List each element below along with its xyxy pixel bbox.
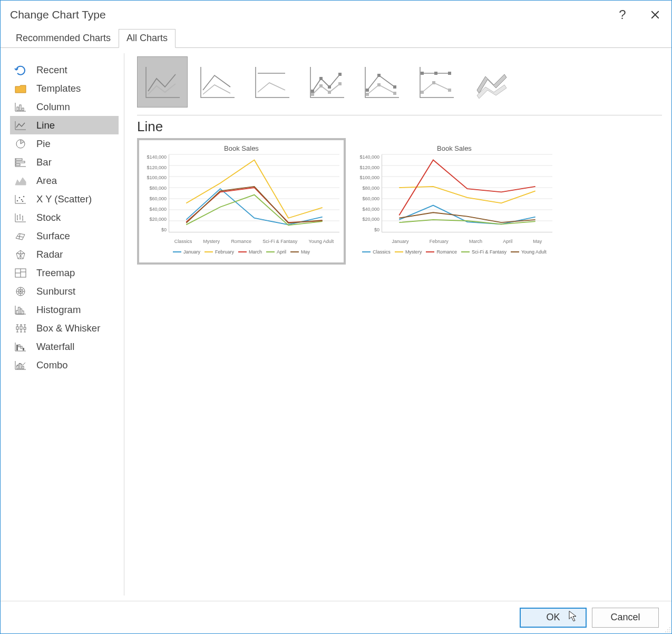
main-panel: Line Book Sales$0$20,000$40,000$60,000$8… — [124, 48, 671, 601]
combo-icon — [13, 359, 28, 372]
category-bar[interactable]: Bar — [10, 153, 119, 171]
category-stock[interactable]: Stock — [10, 208, 119, 227]
category-label: Pie — [36, 138, 51, 150]
category-combo[interactable]: Combo — [10, 356, 119, 374]
subtype-3d-line[interactable] — [466, 56, 517, 108]
scatter-icon — [13, 193, 28, 206]
svg-rect-47 — [432, 81, 435, 84]
stock-icon — [13, 211, 28, 224]
category-waterfall[interactable]: Waterfall — [10, 337, 119, 356]
svg-rect-31 — [328, 85, 331, 89]
category-label: Bar — [36, 157, 52, 168]
svg-point-11 — [22, 200, 24, 202]
bar-icon — [13, 156, 28, 169]
svg-rect-40 — [366, 93, 369, 96]
svg-rect-36 — [338, 82, 342, 85]
svg-rect-30 — [319, 77, 323, 80]
category-area[interactable]: Area — [10, 171, 119, 190]
svg-rect-44 — [434, 72, 437, 75]
svg-rect-24 — [21, 346, 22, 348]
category-sunburst[interactable]: Sunburst — [10, 282, 119, 300]
category-line[interactable]: Line — [10, 116, 119, 134]
subtype-line-with-markers[interactable] — [301, 56, 352, 108]
svg-rect-2 — [22, 108, 24, 111]
svg-rect-41 — [377, 83, 381, 86]
svg-rect-42 — [393, 92, 396, 95]
subtype-100-stacked-line-with-markers[interactable] — [411, 56, 462, 108]
svg-rect-39 — [393, 85, 396, 89]
svg-rect-28 — [22, 366, 24, 369]
help-button[interactable]: ? — [611, 4, 634, 26]
legend-item: May — [290, 249, 310, 255]
chart-preview[interactable]: Book Sales$0$20,000$40,000$60,000$80,000… — [137, 138, 346, 265]
category-label: Column — [36, 101, 70, 113]
svg-rect-33 — [311, 93, 314, 96]
chart-subtype-row — [137, 56, 662, 108]
chart-preview-row: Book Sales$0$20,000$40,000$60,000$80,000… — [137, 138, 662, 265]
category-label: Box & Whisker — [36, 323, 100, 334]
svg-rect-27 — [20, 364, 21, 369]
svg-rect-16 — [18, 307, 21, 314]
subtype-stacked-line[interactable] — [192, 56, 242, 108]
svg-rect-6 — [16, 164, 20, 165]
resize-grip-icon[interactable] — [664, 626, 671, 633]
svg-rect-29 — [311, 90, 314, 93]
y-axis: $0$20,000$40,000$60,000$80,000$100,000$1… — [143, 154, 169, 232]
category-pie[interactable]: Pie — [10, 134, 119, 153]
svg-rect-34 — [319, 84, 323, 87]
tab-all-charts[interactable]: All Charts — [119, 29, 176, 48]
category-column[interactable]: Column — [10, 97, 119, 116]
radar-icon — [13, 248, 28, 261]
category-radar[interactable]: Radar — [10, 245, 119, 264]
divider — [137, 115, 662, 115]
category-histogram[interactable]: Histogram — [10, 300, 119, 319]
category-label: Treemap — [36, 267, 75, 279]
column-icon — [13, 101, 28, 113]
ok-button[interactable]: OK — [520, 608, 587, 628]
category-scatter[interactable]: X Y (Scatter) — [10, 190, 119, 208]
svg-point-67 — [667, 631, 668, 632]
category-treemap[interactable]: Treemap — [10, 264, 119, 282]
legend: JanuaryFebruaryMarchAprilMay — [143, 249, 339, 255]
category-label: Templates — [36, 83, 81, 94]
legend: ClassicsMysteryRomanceSci-Fi & FantasyYo… — [356, 249, 552, 255]
svg-rect-22 — [16, 345, 18, 350]
legend-item: January — [173, 249, 200, 255]
category-recent[interactable]: Recent — [10, 61, 119, 79]
close-button[interactable] — [644, 4, 666, 26]
svg-point-66 — [665, 631, 666, 632]
tab-recommended-charts[interactable]: Recommended Charts — [8, 29, 119, 47]
y-axis: $0$20,000$40,000$60,000$80,000$100,000$1… — [356, 154, 382, 232]
svg-point-63 — [669, 627, 670, 628]
chart-preview[interactable]: Book Sales$0$20,000$40,000$60,000$80,000… — [350, 138, 559, 265]
category-label: Stock — [36, 212, 61, 223]
subtype-100-stacked-line[interactable] — [247, 56, 297, 108]
x-axis: ClassicsMysteryRomanceSci-Fi & FantasyYo… — [143, 239, 339, 244]
histogram-icon — [13, 304, 28, 316]
category-label: Recent — [36, 64, 67, 76]
treemap-icon — [13, 267, 28, 279]
legend-item: Young Adult — [511, 249, 547, 255]
svg-point-7 — [17, 200, 18, 201]
waterfall-icon — [13, 340, 28, 353]
category-label: Histogram — [36, 304, 81, 316]
legend-item: Classics — [362, 249, 391, 255]
category-label: Line — [36, 120, 55, 131]
svg-rect-45 — [448, 72, 451, 75]
category-templates[interactable]: Templates — [10, 79, 119, 97]
pie-icon — [13, 138, 28, 150]
svg-point-8 — [19, 197, 21, 198]
dialog-footer: OK Cancel — [1, 601, 671, 633]
cancel-button[interactable]: Cancel — [592, 608, 659, 628]
subtype-stacked-line-with-markers[interactable] — [356, 56, 407, 108]
svg-rect-43 — [421, 72, 424, 75]
cancel-label: Cancel — [610, 612, 640, 623]
subtype-line[interactable] — [137, 56, 188, 108]
category-label: Combo — [36, 359, 68, 371]
plot-area — [169, 154, 339, 232]
category-surface[interactable]: Surface — [10, 227, 119, 245]
svg-rect-23 — [18, 345, 20, 347]
tabs: Recommended ChartsAll Charts — [1, 29, 671, 48]
category-boxwhisker[interactable]: Box & Whisker — [10, 319, 119, 337]
boxwhisker-icon — [13, 322, 28, 335]
